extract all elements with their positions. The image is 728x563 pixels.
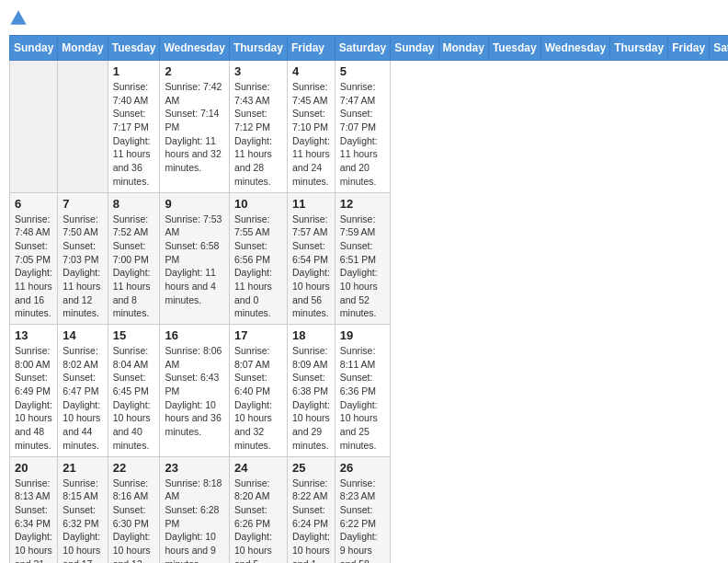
day-info: Sunrise: 7:40 AMSunset: 7:17 PMDaylight:… <box>113 80 155 189</box>
col-header-wednesday: Wednesday <box>160 36 229 61</box>
calendar-cell: 20Sunrise: 8:13 AMSunset: 6:34 PMDayligh… <box>10 456 58 563</box>
day-info: Sunrise: 8:09 AMSunset: 6:38 PMDaylight:… <box>292 344 330 453</box>
day-number: 18 <box>292 328 330 342</box>
day-info: Sunrise: 7:53 AMSunset: 6:58 PMDaylight:… <box>165 213 223 307</box>
calendar-cell: 23Sunrise: 8:18 AMSunset: 6:28 PMDayligh… <box>160 456 229 563</box>
calendar-cell: 12Sunrise: 7:59 AMSunset: 6:51 PMDayligh… <box>335 192 390 325</box>
day-number: 2 <box>165 64 223 78</box>
svg-marker-0 <box>10 10 26 24</box>
calendar-cell: 9Sunrise: 7:53 AMSunset: 6:58 PMDaylight… <box>160 192 229 325</box>
day-number: 5 <box>340 64 385 78</box>
col-header-saturday: Saturday <box>335 36 390 61</box>
col-header-sunday: Sunday <box>391 36 438 61</box>
col-header-friday: Friday <box>668 36 710 61</box>
day-number: 16 <box>165 328 223 342</box>
day-number: 4 <box>292 64 330 78</box>
logo-icon <box>9 9 28 28</box>
day-info: Sunrise: 8:22 AMSunset: 6:24 PMDaylight:… <box>292 477 330 564</box>
page-header <box>9 9 719 28</box>
day-info: Sunrise: 8:11 AMSunset: 6:36 PMDaylight:… <box>340 344 385 453</box>
col-header-sunday: Sunday <box>10 36 58 61</box>
day-number: 8 <box>113 197 155 211</box>
day-number: 6 <box>15 197 52 211</box>
col-header-tuesday: Tuesday <box>488 36 540 61</box>
calendar-cell <box>58 61 108 193</box>
calendar-cell: 6Sunrise: 7:48 AMSunset: 7:05 PMDaylight… <box>10 192 58 325</box>
calendar-cell: 11Sunrise: 7:57 AMSunset: 6:54 PMDayligh… <box>287 192 335 325</box>
day-info: Sunrise: 7:45 AMSunset: 7:10 PMDaylight:… <box>292 80 330 189</box>
col-header-monday: Monday <box>438 36 488 61</box>
logo <box>9 9 31 28</box>
calendar-cell: 21Sunrise: 8:15 AMSunset: 6:32 PMDayligh… <box>58 456 108 563</box>
day-number: 13 <box>15 328 52 342</box>
day-info: Sunrise: 8:04 AMSunset: 6:45 PMDaylight:… <box>113 344 155 453</box>
day-number: 15 <box>113 328 155 342</box>
calendar-cell: 14Sunrise: 8:02 AMSunset: 6:47 PMDayligh… <box>58 325 108 457</box>
day-number: 17 <box>234 328 282 342</box>
day-info: Sunrise: 7:55 AMSunset: 6:56 PMDaylight:… <box>234 213 282 321</box>
calendar-cell: 22Sunrise: 8:16 AMSunset: 6:30 PMDayligh… <box>108 456 160 563</box>
col-header-monday: Monday <box>58 36 108 61</box>
col-header-tuesday: Tuesday <box>108 36 160 61</box>
calendar-cell: 8Sunrise: 7:52 AMSunset: 7:00 PMDaylight… <box>108 192 160 325</box>
day-info: Sunrise: 8:06 AMSunset: 6:43 PMDaylight:… <box>165 344 223 439</box>
day-number: 23 <box>165 461 223 475</box>
header-row: SundayMondayTuesdayWednesdayThursdayFrid… <box>10 36 729 61</box>
day-info: Sunrise: 8:18 AMSunset: 6:28 PMDaylight:… <box>165 477 223 564</box>
day-info: Sunrise: 8:15 AMSunset: 6:32 PMDaylight:… <box>63 477 102 564</box>
day-number: 25 <box>292 461 330 475</box>
day-number: 20 <box>15 461 52 475</box>
calendar-cell: 4Sunrise: 7:45 AMSunset: 7:10 PMDaylight… <box>287 61 335 193</box>
calendar-cell: 1Sunrise: 7:40 AMSunset: 7:17 PMDaylight… <box>108 61 160 193</box>
calendar-cell: 2Sunrise: 7:42 AMSunset: 7:14 PMDaylight… <box>160 61 229 193</box>
day-info: Sunrise: 7:57 AMSunset: 6:54 PMDaylight:… <box>292 213 330 321</box>
week-row-4: 20Sunrise: 8:13 AMSunset: 6:34 PMDayligh… <box>10 456 729 563</box>
day-info: Sunrise: 8:23 AMSunset: 6:22 PMDaylight:… <box>340 477 385 564</box>
day-number: 11 <box>292 197 330 211</box>
day-info: Sunrise: 8:20 AMSunset: 6:26 PMDaylight:… <box>234 477 282 564</box>
day-number: 19 <box>340 328 385 342</box>
day-info: Sunrise: 8:16 AMSunset: 6:30 PMDaylight:… <box>113 477 155 564</box>
day-number: 22 <box>113 461 155 475</box>
day-number: 9 <box>165 197 223 211</box>
day-info: Sunrise: 7:48 AMSunset: 7:05 PMDaylight:… <box>15 213 52 321</box>
calendar-cell: 18Sunrise: 8:09 AMSunset: 6:38 PMDayligh… <box>287 325 335 457</box>
col-header-wednesday: Wednesday <box>540 36 609 61</box>
day-info: Sunrise: 8:02 AMSunset: 6:47 PMDaylight:… <box>63 344 102 453</box>
calendar-cell: 5Sunrise: 7:47 AMSunset: 7:07 PMDaylight… <box>335 61 390 193</box>
day-info: Sunrise: 7:59 AMSunset: 6:51 PMDaylight:… <box>340 213 385 321</box>
calendar-cell: 3Sunrise: 7:43 AMSunset: 7:12 PMDaylight… <box>229 61 287 193</box>
day-info: Sunrise: 7:42 AMSunset: 7:14 PMDaylight:… <box>165 80 223 175</box>
calendar-cell: 26Sunrise: 8:23 AMSunset: 6:22 PMDayligh… <box>335 456 390 563</box>
col-header-thursday: Thursday <box>229 36 287 61</box>
calendar-table: SundayMondayTuesdayWednesdayThursdayFrid… <box>9 35 728 563</box>
col-header-friday: Friday <box>287 36 335 61</box>
calendar-cell: 15Sunrise: 8:04 AMSunset: 6:45 PMDayligh… <box>108 325 160 457</box>
day-number: 21 <box>63 461 102 475</box>
day-info: Sunrise: 7:50 AMSunset: 7:03 PMDaylight:… <box>63 213 102 321</box>
day-info: Sunrise: 8:13 AMSunset: 6:34 PMDaylight:… <box>15 477 52 564</box>
day-number: 1 <box>113 64 155 78</box>
day-info: Sunrise: 7:43 AMSunset: 7:12 PMDaylight:… <box>234 80 282 189</box>
calendar-cell: 13Sunrise: 8:00 AMSunset: 6:49 PMDayligh… <box>10 325 58 457</box>
calendar-cell: 25Sunrise: 8:22 AMSunset: 6:24 PMDayligh… <box>287 456 335 563</box>
calendar-cell: 10Sunrise: 7:55 AMSunset: 6:56 PMDayligh… <box>229 192 287 325</box>
day-number: 10 <box>234 197 282 211</box>
week-row-2: 6Sunrise: 7:48 AMSunset: 7:05 PMDaylight… <box>10 192 729 325</box>
day-number: 24 <box>234 461 282 475</box>
day-number: 26 <box>340 461 385 475</box>
col-header-saturday: Saturday <box>710 36 728 61</box>
calendar-cell: 24Sunrise: 8:20 AMSunset: 6:26 PMDayligh… <box>229 456 287 563</box>
day-number: 12 <box>340 197 385 211</box>
day-info: Sunrise: 8:00 AMSunset: 6:49 PMDaylight:… <box>15 344 52 453</box>
calendar-cell: 16Sunrise: 8:06 AMSunset: 6:43 PMDayligh… <box>160 325 229 457</box>
day-info: Sunrise: 7:52 AMSunset: 7:00 PMDaylight:… <box>113 213 155 321</box>
week-row-1: 1Sunrise: 7:40 AMSunset: 7:17 PMDaylight… <box>10 61 729 193</box>
week-row-3: 13Sunrise: 8:00 AMSunset: 6:49 PMDayligh… <box>10 325 729 457</box>
day-number: 14 <box>63 328 102 342</box>
calendar-cell <box>10 61 58 193</box>
day-info: Sunrise: 7:47 AMSunset: 7:07 PMDaylight:… <box>340 80 385 189</box>
calendar-cell: 17Sunrise: 8:07 AMSunset: 6:40 PMDayligh… <box>229 325 287 457</box>
col-header-thursday: Thursday <box>610 36 668 61</box>
day-info: Sunrise: 8:07 AMSunset: 6:40 PMDaylight:… <box>234 344 282 453</box>
